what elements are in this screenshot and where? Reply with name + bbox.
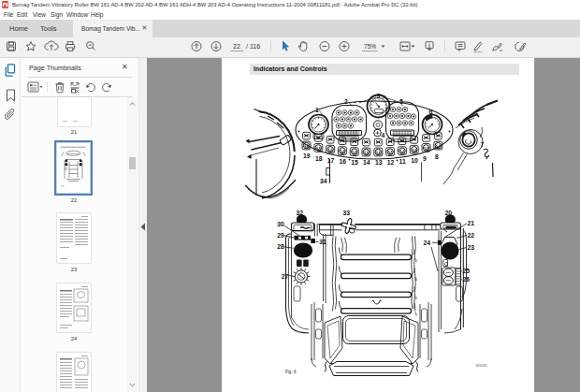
svg-text:24: 24	[424, 240, 431, 246]
svg-text:2: 2	[344, 98, 348, 105]
svg-text:7: 7	[481, 141, 485, 148]
svg-text:9: 9	[423, 155, 427, 162]
svg-text:32: 32	[297, 210, 304, 216]
svg-text:27: 27	[282, 273, 289, 280]
svg-text:13: 13	[375, 159, 383, 166]
svg-text:4: 4	[382, 132, 385, 138]
svg-text:25: 25	[463, 268, 471, 274]
svg-text:8: 8	[435, 153, 439, 160]
svg-text:/ 116: / 116	[246, 43, 260, 50]
svg-text:30: 30	[277, 221, 284, 227]
svg-text:17: 17	[327, 157, 335, 164]
svg-text:20: 20	[445, 210, 453, 216]
svg-text:15: 15	[351, 159, 358, 166]
svg-text:21: 21	[468, 220, 475, 226]
svg-text:22: 22	[468, 232, 475, 239]
svg-text:33: 33	[343, 210, 351, 216]
svg-text:34: 34	[320, 178, 327, 184]
svg-text:19: 19	[303, 152, 311, 159]
svg-text:18: 18	[315, 155, 323, 162]
svg-text:75%: 75%	[364, 43, 376, 50]
svg-text:11: 11	[399, 158, 406, 165]
svg-text:29: 29	[277, 232, 284, 239]
svg-text:12: 12	[387, 159, 395, 166]
svg-text:22: 22	[233, 43, 240, 50]
svg-text:23: 23	[468, 244, 475, 251]
svg-text:3: 3	[377, 93, 381, 99]
svg-text:1: 1	[315, 107, 319, 113]
svg-text:28: 28	[277, 243, 284, 250]
svg-text:31: 31	[319, 239, 326, 245]
svg-text:16: 16	[340, 158, 347, 165]
svg-text:14: 14	[363, 159, 370, 166]
svg-text:26: 26	[463, 276, 471, 283]
svg-text:10: 10	[411, 157, 418, 164]
